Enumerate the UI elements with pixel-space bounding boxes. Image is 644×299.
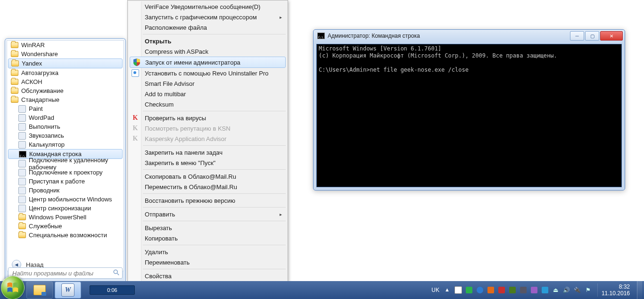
tray-app-icon-1[interactable]: [487, 286, 495, 294]
ctx-item-1-3[interactable]: Установить с помощью Revo Uninstaller Pr…: [129, 68, 287, 78]
taskbar-word[interactable]: W: [55, 282, 81, 299]
start-item-5[interactable]: Обслуживание: [7, 86, 124, 95]
ctx-item-1-4[interactable]: Smart File Advisor: [129, 78, 287, 89]
tray-app-icon-4[interactable]: [530, 286, 538, 294]
ctx-item-7-0[interactable]: Вырезать: [129, 223, 287, 233]
ctx-item-4-1[interactable]: Переместить в Облако@Mail.Ru: [129, 182, 287, 192]
tray-app-icon-5[interactable]: [541, 286, 549, 294]
ctx-item-3-1[interactable]: Закрепить в меню "Пуск": [129, 158, 287, 168]
folder-icon: [11, 69, 18, 77]
menu-separator: [143, 145, 286, 146]
tray-teamviewer-icon[interactable]: [476, 286, 484, 294]
show-desktop-button[interactable]: [637, 281, 642, 299]
ctx-item-label: Скопировать в Облако@Mail.Ru: [145, 173, 236, 180]
ctx-item-7-1[interactable]: Копировать: [129, 233, 287, 243]
ctx-item-0-0[interactable]: VeriFace Уведомительное сообщение(D): [129, 1, 287, 12]
start-item-label: Выполнить: [29, 123, 60, 130]
tray-network-icon[interactable]: [454, 286, 462, 294]
command-prompt-window: Администратор: Командная строка ─ ▢ ✕ Mi…: [313, 29, 625, 191]
taskbar-clock[interactable]: 8:32 11.10.2016: [597, 283, 634, 297]
start-item-label: WinRAR: [21, 42, 45, 49]
start-item-label: Служебные: [29, 223, 62, 230]
menu-separator: [143, 207, 286, 208]
minimize-button[interactable]: ─: [570, 31, 584, 41]
taskbar-media-progress[interactable]: 0:06: [90, 285, 135, 295]
tray-app-icon-3[interactable]: [520, 286, 527, 294]
app-icon: [18, 187, 26, 194]
ctx-item-4-0[interactable]: Скопировать в Облако@Mail.Ru: [129, 171, 287, 182]
start-item-17[interactable]: Центр мобильности Windows: [7, 195, 124, 204]
language-indicator[interactable]: UK: [431, 287, 439, 293]
tray-nvidia-icon[interactable]: [509, 286, 516, 294]
ctx-item-0-2[interactable]: Расположение файла: [129, 22, 287, 33]
app-icon: [18, 178, 26, 185]
ctx-item-3-0[interactable]: Закрепить на панели задач: [129, 147, 287, 158]
start-item-6[interactable]: Стандартные: [7, 95, 124, 104]
start-item-label: Специальные возможности: [29, 232, 107, 239]
window-titlebar[interactable]: Администратор: Командная строка ─ ▢ ✕: [314, 30, 625, 42]
start-menu-panel: WinRARWondershareYandexАвтозагрузкаАСКОН…: [5, 38, 126, 282]
start-item-2[interactable]: Yandex: [8, 58, 123, 68]
progress-label: 0:06: [107, 287, 117, 293]
start-item-19[interactable]: Windows PowerShell: [7, 213, 124, 222]
start-item-1[interactable]: Wondershare: [7, 50, 124, 58]
ctx-item-1-2[interactable]: Запуск от имени администратора: [130, 57, 286, 68]
ctx-item-label: Compress with ASPack: [145, 48, 208, 55]
ctx-item-6-0[interactable]: Отправить: [129, 209, 287, 219]
ctx-item-0-1[interactable]: Запустить с графическим процессором: [129, 12, 287, 22]
ctx-item-8-1[interactable]: Переименовать: [129, 257, 287, 267]
ctx-item-5-0[interactable]: Восстановить прежнюю версию: [129, 195, 287, 206]
kaspersky-icon: K: [132, 125, 139, 132]
taskbar: W 0:06 UK ▲ ⏏ 🔊 🔌 ⚑ 8:32 11.10.2016: [0, 281, 644, 299]
menu-separator: [143, 245, 286, 245]
maximize-button[interactable]: ▢: [585, 31, 599, 41]
menu-separator: [143, 34, 286, 34]
ctx-item-8-0[interactable]: Удалить: [129, 247, 287, 257]
start-item-0[interactable]: WinRAR: [7, 41, 124, 50]
menu-separator: [143, 221, 286, 221]
start-item-label: Wondershare: [21, 50, 58, 58]
ctx-item-label: Копировать: [145, 235, 178, 242]
start-item-7[interactable]: Paint: [7, 104, 124, 113]
start-item-15[interactable]: Приступая к работе: [7, 177, 124, 186]
app-icon: [18, 205, 26, 212]
window-controls: ─ ▢ ✕: [569, 31, 623, 41]
ctx-item-1-6[interactable]: Checksum: [129, 99, 287, 109]
word-icon: W: [61, 283, 74, 297]
ctx-item-1-1[interactable]: Compress with ASPack: [129, 46, 287, 57]
start-item-3[interactable]: Автозагрузка: [7, 68, 124, 77]
search-input[interactable]: [8, 267, 123, 279]
ctx-item-label: VeriFace Уведомительное сообщение(D): [145, 3, 260, 10]
tray-action-center-icon[interactable]: ⚑: [585, 286, 592, 294]
tray-expand-icon[interactable]: ▲: [445, 287, 451, 293]
context-menu: VeriFace Уведомительное сообщение(D)Запу…: [127, 0, 288, 282]
tray-kaspersky-icon[interactable]: [465, 286, 473, 294]
taskbar-explorer[interactable]: [26, 282, 53, 299]
start-button[interactable]: [1, 276, 25, 299]
start-item-16[interactable]: Проводник: [7, 186, 124, 195]
ctx-item-1-0[interactable]: Открыть: [129, 36, 287, 46]
ctx-item-9-0[interactable]: Свойства: [129, 271, 287, 281]
close-button[interactable]: ✕: [600, 31, 623, 41]
tray-app-icon-2[interactable]: [498, 286, 505, 294]
ctx-item-2-0[interactable]: KПроверить на вирусы: [129, 113, 287, 123]
ctx-item-1-5[interactable]: Add to multibar: [129, 89, 287, 99]
start-item-13[interactable]: Подключение к удаленному рабочему: [7, 159, 124, 168]
start-item-8[interactable]: WordPad: [7, 113, 124, 122]
start-item-10[interactable]: Звукозапись: [7, 131, 124, 140]
ctx-item-label: Переместить в Облако@Mail.Ru: [145, 183, 237, 191]
app-icon: [18, 141, 26, 149]
start-item-4[interactable]: АСКОН: [7, 77, 124, 86]
menu-separator: [143, 169, 286, 170]
command-prompt-client-area[interactable]: Microsoft Windows [Version 6.1.7601] (c)…: [316, 44, 622, 187]
start-item-label: АСКОН: [21, 78, 42, 85]
start-item-label: Обслуживание: [21, 87, 64, 94]
start-item-11[interactable]: Калькулятор: [7, 140, 124, 149]
start-item-20[interactable]: Служебные: [7, 222, 124, 231]
start-item-9[interactable]: Выполнить: [7, 122, 124, 131]
start-item-21[interactable]: Специальные возможности: [7, 231, 124, 240]
tray-power-icon[interactable]: 🔌: [574, 286, 581, 294]
tray-volume-icon[interactable]: 🔊: [563, 286, 570, 294]
start-item-18[interactable]: Центр синхронизации: [7, 204, 124, 213]
tray-eject-icon[interactable]: ⏏: [552, 286, 560, 294]
